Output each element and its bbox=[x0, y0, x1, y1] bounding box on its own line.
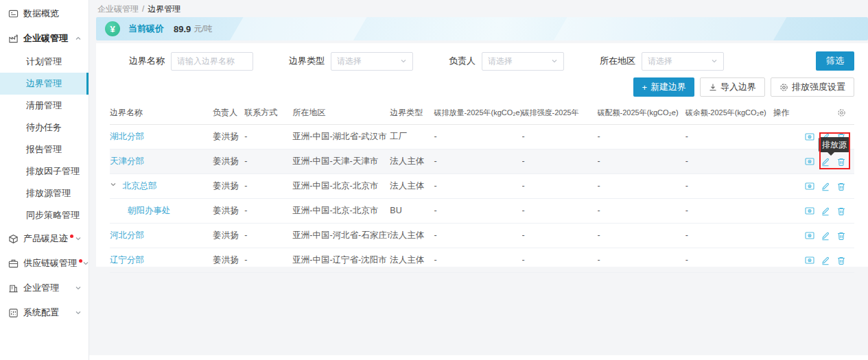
cell-contact: - bbox=[244, 125, 292, 149]
breadcrumb-parent[interactable]: 企业碳管理 bbox=[97, 4, 139, 14]
delete-button[interactable] bbox=[836, 256, 846, 265]
boundary-link[interactable]: 湖北分部 bbox=[110, 132, 144, 141]
delete-button[interactable] bbox=[836, 157, 846, 167]
delete-button[interactable] bbox=[836, 206, 846, 216]
carbon-price-unit: 元/吨 bbox=[193, 23, 212, 35]
cell-owner: 姜洪扬 bbox=[213, 248, 244, 273]
sidebar-item-emission-source-management[interactable]: 排放源管理 bbox=[0, 182, 89, 204]
cell-region: 亚洲-中国-北京-北京市 bbox=[292, 174, 390, 199]
sidebar-item-todo-tasks[interactable]: 待办任务 bbox=[0, 117, 89, 139]
cell-balance: - bbox=[685, 224, 773, 248]
cell-region: 亚洲-中国-湖北省-武汉市 bbox=[292, 125, 390, 149]
boundary-link[interactable]: 河北分部 bbox=[110, 230, 144, 240]
sidebar-item-emission-factor-management[interactable]: 排放因子管理 bbox=[0, 160, 89, 182]
sidebar-item-system-config[interactable]: 系统配置 bbox=[0, 300, 89, 325]
cell-region: 亚洲-中国-河北省-石家庄市 bbox=[292, 224, 390, 248]
chevron-up-icon bbox=[75, 35, 82, 42]
cell-owner: 姜洪扬 bbox=[213, 125, 244, 149]
chevron-down-icon bbox=[711, 58, 718, 64]
sidebar-item-product-footprint[interactable]: 产品碳足迹 bbox=[0, 226, 89, 251]
sidebar-item-supply-chain-carbon[interactable]: 供应链碳管理 bbox=[0, 251, 89, 276]
table-row: 辽宁分部 姜洪扬 - 亚洲-中国-辽宁省-沈阳市 法人主体 - - - - bbox=[110, 248, 854, 273]
cell-region: 亚洲-中国-天津-天津市 bbox=[292, 149, 390, 174]
main-content: 企业碳管理/边界管理 ¥ 当前碳价 89.9 元/吨 边界名称 边界类型 请选择 bbox=[89, 0, 868, 360]
table-row: 天津分部 姜洪扬 - 亚洲-中国-天津-天津市 法人主体 - - - - bbox=[110, 149, 854, 174]
gear-icon bbox=[779, 83, 788, 92]
sidebar-item-enterprise-management[interactable]: 企业管理 bbox=[0, 276, 89, 300]
region-placeholder: 请选择 bbox=[648, 56, 672, 67]
edit-button[interactable] bbox=[821, 231, 830, 241]
table-row: 河北分部 姜洪扬 - 亚洲-中国-河北省-石家庄市 法人主体 - - - - bbox=[110, 224, 854, 248]
carbon-price-banner: ¥ 当前碳价 89.9 元/吨 bbox=[96, 17, 868, 40]
sidebar-item-label: 企业碳管理 bbox=[23, 32, 68, 45]
cell-intensity: - bbox=[522, 224, 598, 248]
view-emission-source-button[interactable] bbox=[805, 132, 814, 142]
header-intensity: 碳排强度-2025年 bbox=[522, 103, 598, 125]
header-boundary-name: 边界名称 bbox=[110, 103, 213, 125]
cell-balance: - bbox=[685, 199, 773, 224]
header-boundary-type: 边界类型 bbox=[390, 103, 434, 125]
column-settings-icon[interactable] bbox=[837, 108, 846, 117]
table-row: 朝阳办事处 姜洪扬 - 亚洲-中国-北京-北京市 BU - - - - bbox=[110, 199, 854, 224]
boundary-table: 边界名称 负责人 联系方式 所在地区 边界类型 碳排放量-2025年(kgCO₂… bbox=[110, 103, 854, 273]
filter-owner: 负责人 请选择 bbox=[449, 52, 564, 71]
sidebar-item-report-management[interactable]: 报告管理 bbox=[0, 139, 89, 160]
header-owner: 负责人 bbox=[213, 103, 244, 125]
boundary-type-label: 边界类型 bbox=[289, 55, 325, 67]
cell-emission: - bbox=[434, 174, 521, 199]
settings-icon bbox=[8, 308, 19, 318]
region-select[interactable]: 请选择 bbox=[642, 52, 724, 71]
chevron-down-icon bbox=[75, 285, 82, 291]
cell-owner: 姜洪扬 bbox=[213, 199, 244, 224]
boundary-name-input[interactable] bbox=[171, 52, 253, 71]
sidebar-item-inventory-management[interactable]: 清册管理 bbox=[0, 95, 89, 117]
cell-owner: 姜洪扬 bbox=[213, 224, 244, 248]
boundary-link[interactable]: 北京总部 bbox=[122, 181, 156, 191]
sidebar-item-data-overview[interactable]: 数据概览 bbox=[0, 1, 89, 26]
boundary-link[interactable]: 辽宁分部 bbox=[110, 255, 144, 265]
filter-submit-button[interactable]: 筛选 bbox=[816, 51, 854, 71]
cell-balance: - bbox=[685, 125, 773, 149]
edit-button[interactable] bbox=[821, 206, 830, 216]
boundary-type-select[interactable]: 请选择 bbox=[331, 52, 413, 71]
view-emission-source-button[interactable] bbox=[805, 206, 814, 216]
import-boundary-button[interactable]: 导入边界 bbox=[700, 77, 765, 97]
sidebar-item-sync-strategy-management[interactable]: 同步策略管理 bbox=[0, 204, 89, 226]
breadcrumb-current: 边界管理 bbox=[148, 4, 180, 14]
dashboard-icon bbox=[8, 9, 19, 19]
cell-balance: - bbox=[685, 174, 773, 199]
cell-intensity: - bbox=[522, 248, 598, 273]
factory-icon bbox=[8, 34, 19, 44]
cell-emission: - bbox=[434, 125, 521, 149]
table-header-row: 边界名称 负责人 联系方式 所在地区 边界类型 碳排放量-2025年(kgCO₂… bbox=[110, 103, 854, 125]
create-boundary-button[interactable]: + 新建边界 bbox=[633, 77, 694, 97]
cell-emission: - bbox=[434, 224, 521, 248]
emission-intensity-settings-button[interactable]: 排放强度设置 bbox=[771, 77, 854, 97]
sidebar-item-boundary-management[interactable]: 边界管理 bbox=[0, 73, 89, 95]
delete-button[interactable] bbox=[836, 231, 846, 241]
table-row: 北京总部 姜洪扬 - 亚洲-中国-北京-北京市 法人主体 - - - - bbox=[110, 174, 854, 199]
region-label: 所在地区 bbox=[600, 55, 635, 67]
view-emission-source-button[interactable] bbox=[805, 256, 814, 265]
owner-select[interactable]: 请选择 bbox=[482, 52, 564, 71]
download-icon bbox=[709, 83, 717, 91]
cell-type: 法人主体 bbox=[390, 149, 434, 174]
cell-contact: - bbox=[244, 248, 292, 273]
view-emission-source-button[interactable] bbox=[805, 157, 814, 167]
edit-button[interactable] bbox=[821, 182, 830, 191]
delete-button[interactable] bbox=[836, 182, 846, 191]
building-icon bbox=[8, 283, 19, 293]
cell-quota: - bbox=[598, 199, 685, 224]
cell-quota: - bbox=[598, 149, 685, 174]
edit-button[interactable] bbox=[821, 256, 830, 265]
boundary-card: 边界名称 边界类型 请选择 负责人 请选择 bbox=[96, 43, 868, 267]
view-emission-source-button[interactable] bbox=[805, 231, 814, 241]
cell-contact: - bbox=[244, 199, 292, 224]
cell-emission: - bbox=[434, 149, 521, 174]
sidebar-item-carbon-management[interactable]: 企业碳管理 bbox=[0, 26, 89, 51]
view-emission-source-button[interactable] bbox=[805, 182, 814, 191]
boundary-link[interactable]: 朝阳办事处 bbox=[128, 206, 171, 215]
sidebar-item-plan-management[interactable]: 计划管理 bbox=[0, 51, 89, 73]
expand-caret-icon[interactable] bbox=[110, 181, 117, 188]
boundary-link[interactable]: 天津分部 bbox=[110, 156, 144, 166]
